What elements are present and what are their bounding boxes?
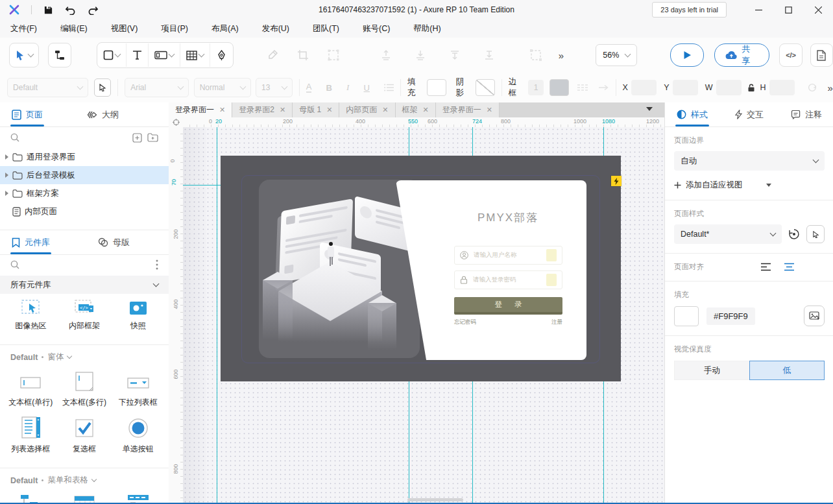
caret-right-icon[interactable] [5,154,8,160]
close-tab-icon[interactable]: ✕ [280,106,285,114]
close-button[interactable] [803,0,833,19]
menu-arrange[interactable]: 布局(A) [211,23,251,34]
lock-ratio-icon[interactable] [747,84,755,92]
tab-interactions[interactable]: 交互 [735,102,764,126]
redo-button[interactable] [88,5,99,15]
style-picker-button[interactable] [94,78,111,97]
page-style-select[interactable]: Default* [674,224,782,244]
password-input[interactable]: 请输入登录密码 [454,270,562,289]
login-card[interactable]: PMYX部落 请输入用户名称 请输入登录密码 登 录 忘记密码 注册 [396,180,586,360]
doc-tab[interactable]: 母版 1 ✕ [293,102,339,117]
y-field[interactable] [673,80,698,95]
widget-radio[interactable]: 单选按钮 [111,413,165,459]
bold-button[interactable]: B [326,83,332,93]
canvas-viewport[interactable]: PMYX部落 请输入用户名称 请输入登录密码 登 录 忘记密码 注册 [183,127,664,504]
widget-tree[interactable]: 树 [4,491,58,504]
horizontal-scrollbar-thumb[interactable] [407,498,463,501]
widget-inline-frame[interactable]: </> 内部框架 [58,296,112,335]
trial-badge[interactable]: 23 days left in trial [652,2,727,18]
doc-tab[interactable]: 内部页面 ✕ [339,102,395,117]
close-tab-icon[interactable]: ✕ [219,106,225,114]
close-tab-icon[interactable]: ✕ [423,106,429,114]
login-illustration[interactable] [259,180,420,358]
minimize-button[interactable] [743,0,773,19]
fill-color-swatch[interactable] [427,79,446,96]
menu-project[interactable]: 项目(P) [161,23,200,34]
save-button[interactable] [43,5,53,15]
doc-tab[interactable]: 登录界面一 ✕ [436,102,500,117]
page-bounds-select[interactable]: 自动 [674,151,825,171]
library-section-menus-tables[interactable]: Default 菜单和表格 [0,468,169,488]
widget-classic-menu-horizontal[interactable]: 经典菜单 - 横向 [111,491,165,504]
widget-droplist[interactable]: 下拉列表框 [111,368,165,412]
tree-item-page[interactable]: 内部页面 [0,202,169,221]
font-size-combo[interactable]: 13 [256,78,293,97]
library-menu-kebab-icon[interactable] [156,259,158,270]
search-icon[interactable] [10,260,19,269]
close-tab-icon[interactable]: ✕ [382,106,388,114]
menu-help[interactable]: 帮助(H) [413,23,453,34]
add-folder-button[interactable] [147,133,158,142]
font-color-button[interactable]: A [306,82,312,93]
doc-tab[interactable]: 框架 ✕ [396,102,436,117]
menu-team[interactable]: 团队(T) [313,23,352,34]
pen-tool-button[interactable] [210,43,233,67]
adaptive-caret-icon[interactable] [766,184,771,187]
close-tab-icon[interactable]: ✕ [487,106,492,114]
tree-item-folder[interactable]: 通用登录界面 [0,148,169,166]
widget-listbox[interactable]: 列表选择框 [4,413,58,459]
caret-right-icon[interactable] [5,191,8,196]
login-title[interactable]: PMYX部落 [435,210,581,225]
library-section-forms[interactable]: Default 窗体 [0,345,169,365]
preview-button[interactable] [670,43,703,67]
border-color-swatch[interactable] [549,79,569,96]
tree-item-folder-selected[interactable]: 后台登录模板 [0,166,169,184]
tree-item-folder[interactable]: 框架方案 [0,184,169,202]
font-family-combo[interactable]: Arial [125,78,189,97]
toolbar-more-button[interactable]: » [559,50,564,61]
vertical-guide-20[interactable] [217,127,217,504]
tab-list-dropdown-icon[interactable] [646,107,653,111]
widget-textfield-single[interactable]: 文本框(单行) [4,368,58,412]
italic-button[interactable]: I [346,82,349,93]
close-tab-icon[interactable]: ✕ [326,106,332,114]
maximize-button[interactable] [773,0,803,19]
caret-right-icon[interactable] [5,173,8,178]
fidelity-low-button[interactable]: 低 [749,361,825,380]
fidelity-manual-button[interactable]: 手动 [674,361,749,380]
library-filter-select[interactable]: 所有元件库 [0,276,169,294]
doc-tab-active[interactable]: 登录界面一 ✕ [169,102,232,117]
h-field[interactable] [769,80,795,95]
undo-button[interactable] [65,5,76,15]
widget-textarea-multi[interactable]: 文本框(多行) [58,368,112,412]
register-link[interactable]: 注册 [551,318,562,326]
align-left-icon[interactable] [760,263,771,271]
tab-pages[interactable]: 页面 [12,102,43,126]
add-adaptive-view-row[interactable]: 添加自适应视图 [674,180,825,191]
widget-snapshot[interactable]: 快照 [111,296,165,335]
widget-image-hotspot[interactable]: 图像热区 [4,296,58,335]
table-tool-button[interactable] [180,43,210,67]
bullet-list-icon[interactable] [384,84,394,91]
menu-publish[interactable]: 发布(U) [262,23,302,34]
tab-style[interactable]: 样式 [677,102,708,126]
select-tool-button[interactable] [9,43,39,67]
border-width-field[interactable]: 1 [528,80,544,95]
tab-outline[interactable]: 大纲 [87,102,119,126]
tab-masters[interactable]: 母版 [98,230,130,254]
fill-image-button[interactable] [804,306,825,326]
widget-style-combo[interactable]: Default [7,78,88,97]
connector-tool-button[interactable] [48,43,71,67]
notes-doc-button[interactable] [810,43,833,67]
ruler-origin-corner[interactable] [169,117,183,127]
widget-checkbox[interactable]: 复选框 [58,413,112,459]
forgot-password-link[interactable]: 忘记密码 [454,318,476,326]
search-icon[interactable] [10,133,19,142]
horizontal-guide-70[interactable] [183,185,221,186]
fill-hex-field[interactable]: #F9F9F9 [706,307,755,325]
rectangle-tool-button[interactable] [97,43,127,67]
username-input[interactable]: 请输入用户名称 [454,246,562,265]
align-center-icon[interactable] [784,263,795,271]
share-button[interactable]: 共享 [714,43,769,67]
manage-styles-icon[interactable] [788,228,800,240]
